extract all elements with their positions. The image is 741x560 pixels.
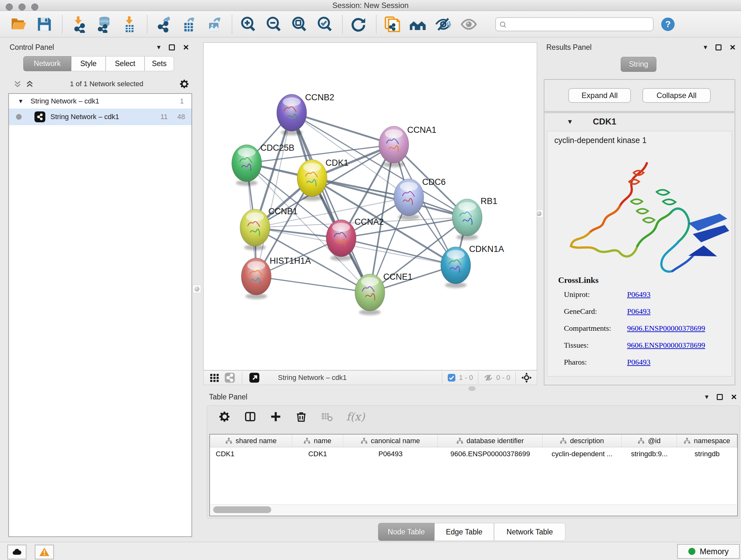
network-node-CCNA1[interactable]: CCNA1 bbox=[379, 125, 436, 167]
table-cell[interactable]: CDK1 bbox=[210, 450, 292, 458]
crosslink-link[interactable]: P06493 bbox=[627, 307, 650, 316]
import-table-from-file-button[interactable] bbox=[119, 14, 139, 34]
float-panel-icon[interactable] bbox=[717, 394, 723, 400]
search-input[interactable] bbox=[509, 20, 647, 28]
zoom-selected-button[interactable] bbox=[315, 14, 334, 34]
column-header-database-identifier[interactable]: database identifier bbox=[438, 435, 542, 447]
import-network-from-database-button[interactable] bbox=[94, 14, 114, 34]
export-image-button[interactable] bbox=[204, 14, 224, 34]
network-overview-button[interactable] bbox=[223, 371, 237, 384]
scrollbar-thumb[interactable] bbox=[213, 506, 271, 513]
panel-menu-icon[interactable]: ▾ bbox=[704, 44, 707, 51]
network-edge[interactable] bbox=[341, 238, 456, 265]
network-edge[interactable] bbox=[256, 276, 370, 293]
network-edge[interactable] bbox=[292, 113, 394, 145]
column-header-namespace[interactable]: namespace bbox=[677, 435, 737, 447]
collapse-all-icon[interactable] bbox=[25, 80, 34, 88]
minimize-window-icon[interactable] bbox=[18, 3, 25, 10]
expand-all-icon[interactable] bbox=[13, 80, 22, 88]
collapse-triangle-icon[interactable]: ▼ bbox=[18, 98, 23, 105]
crosslink-link[interactable]: 9606.ENSP00000378699 bbox=[627, 324, 705, 333]
network-canvas[interactable]: CCNB2CCNA1CDC25BCDK1CDC6RB1CCNB1CCNA2CDK… bbox=[203, 43, 537, 370]
network-node-CDC25B[interactable]: CDC25B bbox=[232, 143, 294, 186]
open-session-button[interactable] bbox=[9, 14, 29, 34]
network-node-CDKN1A[interactable]: CDKN1A bbox=[441, 244, 504, 288]
string-home-button[interactable] bbox=[408, 14, 428, 34]
entry-collapse-icon[interactable]: ▼ bbox=[567, 118, 573, 125]
network-row-selected[interactable]: String Network – cdk1 11 48 bbox=[9, 109, 192, 125]
zoom-in-button[interactable] bbox=[238, 14, 258, 34]
table-cell[interactable]: P06493 bbox=[343, 450, 438, 458]
network-collection-row[interactable]: ▼ String Network – cdk1 1 bbox=[9, 94, 192, 109]
close-panel-icon[interactable]: × bbox=[731, 393, 737, 401]
zoom-window-icon[interactable] bbox=[31, 3, 38, 10]
panel-menu-icon[interactable]: ▾ bbox=[157, 44, 160, 51]
column-header-shared-name[interactable]: shared name bbox=[210, 435, 292, 447]
close-panel-icon[interactable]: × bbox=[183, 44, 189, 51]
left-splitter-handle[interactable] bbox=[193, 285, 201, 293]
show-columns-icon[interactable] bbox=[244, 411, 256, 423]
save-session-button[interactable] bbox=[35, 14, 54, 34]
tab-network[interactable]: Network bbox=[23, 56, 71, 71]
float-panel-icon[interactable] bbox=[169, 44, 175, 51]
network-node-RB1[interactable]: RB1 bbox=[452, 196, 497, 240]
import-network-from-file-button[interactable] bbox=[68, 14, 88, 34]
zoom-fit-button[interactable] bbox=[289, 14, 309, 34]
table-row[interactable]: CDK1CDK1P064939606.ENSP00000378699cyclin… bbox=[210, 447, 737, 460]
selected-checkbox-icon[interactable] bbox=[448, 374, 456, 382]
export-network-button[interactable] bbox=[153, 14, 173, 34]
string-import-button[interactable] bbox=[382, 14, 402, 34]
show-glass-button[interactable] bbox=[459, 14, 479, 34]
tab-string[interactable]: String bbox=[621, 57, 657, 72]
cloud-status-button[interactable] bbox=[7, 545, 26, 559]
column-header-description[interactable]: description bbox=[542, 435, 622, 447]
network-node-CCNA2[interactable]: CCNA2 bbox=[326, 217, 384, 261]
tab-edge-table[interactable]: Edge Table bbox=[434, 523, 494, 541]
network-node-CCNB2[interactable]: CCNB2 bbox=[277, 92, 334, 135]
table-cell[interactable]: CDK1 bbox=[292, 450, 343, 458]
function-builder-button[interactable]: f(x) bbox=[346, 410, 365, 423]
close-panel-icon[interactable]: × bbox=[730, 44, 736, 51]
hidden-eye-slash-icon[interactable] bbox=[483, 373, 493, 382]
tab-select[interactable]: Select bbox=[106, 56, 145, 71]
warning-status-button[interactable] bbox=[35, 545, 54, 559]
table-cell[interactable]: cyclin-dependent ... bbox=[542, 450, 622, 458]
horizontal-scrollbar[interactable] bbox=[211, 504, 737, 515]
float-panel-icon[interactable] bbox=[716, 44, 722, 51]
help-button[interactable]: ? bbox=[661, 17, 675, 31]
column-header--id[interactable]: @id bbox=[622, 435, 677, 447]
tab-style[interactable]: Style bbox=[71, 56, 106, 71]
column-header-name[interactable]: name bbox=[292, 435, 343, 447]
entry-header[interactable]: ▼ CDK1 bbox=[544, 113, 735, 130]
panel-menu-icon[interactable]: ▾ bbox=[705, 393, 709, 400]
export-table-button[interactable] bbox=[179, 14, 199, 34]
memory-status-button[interactable]: Memory bbox=[677, 544, 740, 559]
crosshair-icon[interactable] bbox=[521, 372, 532, 383]
crosslink-link[interactable]: P06493 bbox=[627, 358, 650, 367]
network-node-CCNB1[interactable]: CCNB1 bbox=[240, 206, 298, 250]
add-column-icon[interactable] bbox=[270, 411, 282, 423]
network-node-CCNE1[interactable]: CCNE1 bbox=[355, 272, 413, 315]
table-cell[interactable]: stringdb:9... bbox=[622, 450, 677, 458]
network-graph[interactable]: CCNB2CCNA1CDC25BCDK1CDC6RB1CCNB1CCNA2CDK… bbox=[204, 43, 537, 370]
crosslink-link[interactable]: 9606.ENSP00000378699 bbox=[627, 341, 705, 350]
hide-glass-button[interactable] bbox=[433, 14, 453, 34]
column-header-canonical-name[interactable]: canonical name bbox=[343, 435, 438, 447]
tab-node-table[interactable]: Node Table bbox=[378, 523, 434, 541]
collapse-all-button[interactable]: Collapse All bbox=[643, 88, 711, 103]
table-settings-gear-icon[interactable] bbox=[219, 411, 231, 423]
export-view-button[interactable] bbox=[247, 371, 261, 384]
tab-network-table[interactable]: Network Table bbox=[494, 523, 565, 541]
network-node-CDK1[interactable]: CDK1 bbox=[297, 158, 348, 201]
gear-icon[interactable] bbox=[179, 79, 190, 89]
network-node-HIST1H1A[interactable]: HIST1H1A bbox=[241, 256, 311, 299]
expand-all-button[interactable]: Expand All bbox=[568, 88, 631, 103]
apply-layout-button[interactable] bbox=[348, 14, 368, 34]
tab-sets[interactable]: Sets bbox=[145, 56, 174, 71]
birdseye-view-button[interactable] bbox=[207, 371, 221, 384]
table-cell[interactable]: 9606.ENSP00000378699 bbox=[438, 450, 542, 458]
delete-column-icon[interactable] bbox=[295, 411, 307, 423]
close-window-icon[interactable] bbox=[6, 3, 13, 10]
crosslink-link[interactable]: P06493 bbox=[627, 290, 650, 299]
table-cell[interactable]: stringdb bbox=[677, 450, 738, 458]
